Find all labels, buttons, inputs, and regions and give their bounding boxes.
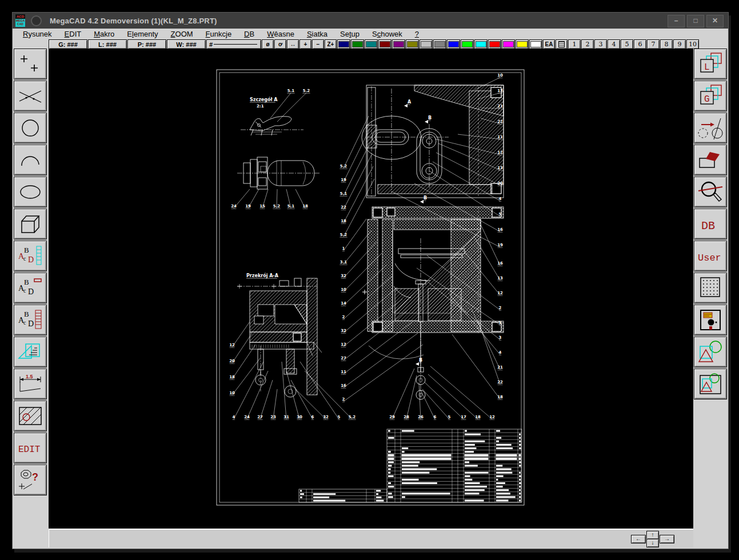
text-tool[interactable]: ABcD [14, 273, 47, 303]
zoom-in-button[interactable]: + [299, 39, 311, 49]
page-button-4[interactable]: 4 [608, 39, 620, 49]
cad-drawing[interactable]: 5.15.22419155.25.11810172122111213204516… [49, 49, 693, 529]
menu-funkcje[interactable]: Funkcje [199, 29, 238, 39]
page-button-10[interactable]: 10 [686, 39, 699, 49]
svg-text:EDIT: EDIT [18, 445, 40, 455]
text-edit-tool[interactable]: ABcD [14, 241, 47, 271]
palette-swatch-teal[interactable] [365, 39, 378, 49]
drawing-canvas[interactable]: 5.15.22419155.25.11810172122111213204516… [49, 49, 693, 529]
menu-w-asne[interactable]: Wêasne [261, 29, 301, 39]
zoom-z-button[interactable]: Z+ [325, 39, 337, 49]
page-button-1[interactable]: 1 [568, 39, 581, 49]
transform-tool[interactable] [694, 113, 727, 143]
measure-info-tool[interactable]: ? [14, 465, 47, 495]
palette-swatch-olive[interactable] [406, 39, 419, 49]
page-button-2[interactable]: 2 [581, 39, 594, 49]
text-table-tool-icon: ABcD [17, 307, 44, 333]
title-bar[interactable]: ACD MEGACAD MegaCAD 4.2 Demoversion (1)(… [13, 13, 728, 29]
page-button-5[interactable]: 5 [621, 39, 633, 49]
hatch-tool[interactable] [14, 401, 47, 431]
close-button[interactable]: ✕ [706, 15, 724, 27]
g-field[interactable]: G: ### [49, 39, 87, 49]
pan-down-button[interactable]: ↓ [646, 539, 659, 547]
ea-button[interactable]: EA [543, 39, 555, 49]
menu--[interactable]: ? [409, 29, 425, 39]
point-tool[interactable] [14, 49, 47, 79]
database-tool[interactable]: DB [694, 209, 727, 239]
ellipse-tool[interactable] [14, 177, 47, 207]
radius-button[interactable]: ơ [274, 39, 286, 49]
solid-3d-tool[interactable] [14, 209, 47, 239]
page-button-3[interactable]: 3 [594, 39, 607, 49]
zoom-out-button[interactable]: − [312, 39, 324, 49]
diameter-button[interactable]: ø [262, 39, 274, 49]
linetype-field[interactable]: # [206, 39, 261, 49]
zoom-tool[interactable] [694, 177, 727, 207]
page-button-7[interactable]: 7 [647, 39, 660, 49]
palette-swatch-magenta[interactable] [502, 39, 515, 49]
grid-tool[interactable] [694, 273, 727, 303]
callout-label: 12 [341, 342, 346, 347]
palette-swatch-yellow[interactable] [516, 39, 529, 49]
p-field[interactable]: P: ### [127, 39, 166, 49]
menu-elementy[interactable]: Elementy [121, 29, 164, 39]
arc-tool[interactable] [14, 145, 47, 175]
pan-left-button[interactable]: ← [631, 535, 646, 543]
palette-swatch-gray[interactable] [433, 39, 446, 49]
menu-siatka[interactable]: Siatka [301, 29, 334, 39]
trim-tool[interactable] [14, 337, 47, 367]
callout-label: 5.2 [349, 415, 356, 419]
attribute-button[interactable] [556, 39, 568, 49]
palette-swatch-dark-red[interactable] [378, 39, 392, 49]
megacad-window: ACD MEGACAD MegaCAD 4.2 Demoversion (1)(… [12, 12, 729, 549]
text-tool-icon: ABcD [17, 275, 44, 301]
menu-schowek[interactable]: Schowek [366, 29, 409, 39]
arc-tool-icon [17, 147, 44, 173]
palette-swatch-red[interactable] [488, 39, 501, 49]
shapes-tool[interactable] [694, 337, 727, 367]
menu-rysunek[interactable]: Rysunek [17, 29, 58, 39]
minimize-button[interactable]: – [668, 15, 685, 27]
palette-swatch-white[interactable] [529, 39, 542, 49]
menu-makro[interactable]: Makro [87, 29, 121, 39]
menu-db[interactable]: DB [238, 29, 261, 39]
maximize-button[interactable]: □ [687, 15, 704, 27]
text-table-tool[interactable]: ABcD [14, 305, 47, 335]
group-tool[interactable]: G [694, 81, 727, 111]
menu-setup[interactable]: Setup [334, 29, 366, 39]
callout-label: 18 [341, 219, 346, 223]
palette-swatch-navy[interactable] [337, 39, 350, 49]
drawing-label: Przekrój A-A [246, 273, 279, 278]
system-menu-icon[interactable] [31, 15, 42, 26]
edit-tool[interactable]: EDIT [14, 433, 47, 463]
user-tool[interactable]: User [694, 241, 727, 271]
callout-label: 32 [323, 415, 329, 419]
edit-tool-icon: EDIT [17, 435, 44, 461]
w-field[interactable]: W: ### [167, 39, 206, 49]
layer-tool-icon: L [697, 51, 724, 77]
circle-tool[interactable] [14, 113, 47, 143]
layer-tool[interactable]: L [694, 49, 727, 79]
palette-swatch-purple[interactable] [392, 39, 405, 49]
pan-up-button[interactable]: ↑ [646, 531, 659, 539]
page-button-8[interactable]: 8 [660, 39, 673, 49]
dimension-tool[interactable]: 1.5 [14, 369, 47, 399]
l-field[interactable]: L: ### [88, 39, 127, 49]
palette-swatch-cyan[interactable] [474, 39, 488, 49]
palette-swatch-silver[interactable] [420, 39, 433, 49]
palette-swatch-green[interactable] [351, 39, 364, 49]
save-tool[interactable] [694, 305, 727, 335]
desktop: ACD MEGACAD MegaCAD 4.2 Demoversion (1)(… [0, 0, 739, 560]
fit-width-button[interactable]: ↔ [287, 39, 299, 49]
menu-zoom[interactable]: ZOOM [165, 29, 199, 39]
surface-tool[interactable] [694, 145, 727, 175]
menu-edit[interactable]: EDIT [58, 29, 88, 39]
palette-swatch-lime[interactable] [461, 39, 474, 49]
palette-swatch-blue[interactable] [447, 39, 460, 49]
pan-right-button[interactable]: → [660, 535, 674, 543]
callout-label: 22 [341, 205, 346, 210]
shapes-group-tool[interactable] [694, 369, 727, 399]
line-tool[interactable] [14, 81, 47, 111]
page-button-9[interactable]: 9 [673, 39, 686, 49]
page-button-6[interactable]: 6 [634, 39, 646, 49]
